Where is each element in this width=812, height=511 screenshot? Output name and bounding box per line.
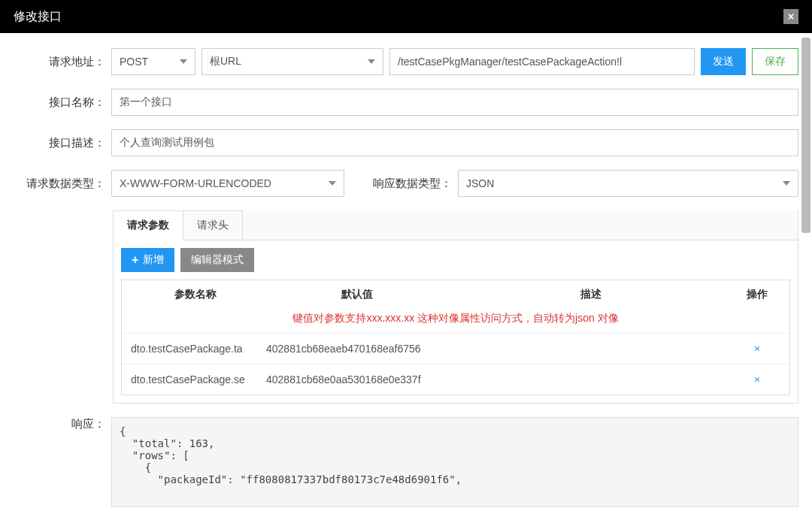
request-url-row: 请求地址： POST 根URL 发送 保存 <box>14 48 798 75</box>
vertical-scrollbar[interactable] <box>801 38 810 508</box>
col-desc: 描述 <box>451 288 731 301</box>
api-name-label: 接口名称： <box>14 95 105 110</box>
param-hint: 键值对参数支持xxx.xxx.xx 这种对像属性访问方式，自动转为json 对像 <box>122 309 789 333</box>
param-table-header: 参数名称 默认值 描述 操作 <box>122 280 789 309</box>
param-row: dto.testCasePackage.ta 402881cb68eaeb470… <box>122 333 789 364</box>
param-name[interactable]: dto.testCasePackage.ta <box>128 343 263 355</box>
request-url-label: 请求地址： <box>14 55 105 69</box>
req-data-type-label: 请求数据类型： <box>14 177 105 191</box>
col-name: 参数名称 <box>128 288 263 301</box>
api-desc-label: 接口描述： <box>14 136 105 150</box>
scrollbar-thumb[interactable] <box>801 38 810 233</box>
resp-data-type-select[interactable]: JSON <box>458 170 798 197</box>
plus-icon: + <box>132 253 138 267</box>
chevron-down-icon <box>180 59 187 64</box>
req-data-type-value: X-WWW-FORM-URLENCODED <box>120 177 271 189</box>
tab-request-params[interactable]: 请求参数 <box>114 210 183 240</box>
param-row: dto.testCasePackage.se 402881cb68e0aa530… <box>122 364 789 395</box>
form-body: 请求地址： POST 根URL 发送 保存 接口名称： 接口描述： 请求数据类型… <box>0 33 812 507</box>
tabs-nav: 请求参数 请求头 <box>114 210 798 240</box>
col-op: 操作 <box>731 288 783 301</box>
tab-content: + 新增 编辑器模式 参数名称 默认值 描述 操作 键值对参数支持xxx.xxx… <box>114 240 798 403</box>
chevron-down-icon <box>368 59 375 64</box>
api-desc-input[interactable] <box>111 129 798 156</box>
param-table: 参数名称 默认值 描述 操作 键值对参数支持xxx.xxx.xx 这种对像属性访… <box>121 280 790 395</box>
chevron-down-icon <box>329 181 336 186</box>
col-default: 默认值 <box>263 288 451 301</box>
path-input[interactable] <box>389 48 695 75</box>
add-param-button[interactable]: + 新增 <box>121 248 174 272</box>
params-tabs: 请求参数 请求头 + 新增 编辑器模式 参数名称 默认值 描述 操作 键值对参数… <box>113 210 798 404</box>
data-type-row: 请求数据类型： X-WWW-FORM-URLENCODED 响应数据类型： JS… <box>14 170 798 197</box>
api-name-input[interactable] <box>111 89 798 116</box>
save-button[interactable]: 保存 <box>752 48 798 75</box>
add-label: 新增 <box>143 253 164 267</box>
response-row: 响应： { "total": 163, "rows": [ { "package… <box>14 417 798 507</box>
response-body[interactable]: { "total": 163, "rows": [ { "packageId":… <box>111 417 798 507</box>
editor-mode-button[interactable]: 编辑器模式 <box>180 248 254 272</box>
api-desc-row: 接口描述： <box>14 129 798 156</box>
response-label: 响应： <box>14 417 105 507</box>
modal-title: 修改接口 <box>14 9 62 25</box>
root-url-value: 根URL <box>210 55 241 68</box>
tab-request-headers[interactable]: 请求头 <box>183 210 243 240</box>
send-button[interactable]: 发送 <box>701 48 746 75</box>
modal-header: 修改接口 × <box>0 0 812 33</box>
delete-icon[interactable]: × <box>731 373 783 386</box>
method-value: POST <box>120 56 148 68</box>
chevron-down-icon <box>783 181 790 186</box>
resp-data-type-label: 响应数据类型： <box>364 177 452 191</box>
delete-icon[interactable]: × <box>731 343 783 355</box>
param-name[interactable]: dto.testCasePackage.se <box>128 373 263 386</box>
param-default[interactable]: 402881cb68e0aa530168e0e337f <box>263 373 451 386</box>
root-url-select[interactable]: 根URL <box>201 48 383 75</box>
resp-data-type-value: JSON <box>466 177 494 189</box>
params-toolbar: + 新增 编辑器模式 <box>121 248 790 272</box>
close-icon[interactable]: × <box>783 9 798 24</box>
param-default[interactable]: 402881cb68eaeb470168eaf6756 <box>263 343 451 355</box>
method-select[interactable]: POST <box>111 48 195 75</box>
api-name-row: 接口名称： <box>14 89 798 116</box>
req-data-type-select[interactable]: X-WWW-FORM-URLENCODED <box>111 170 344 197</box>
